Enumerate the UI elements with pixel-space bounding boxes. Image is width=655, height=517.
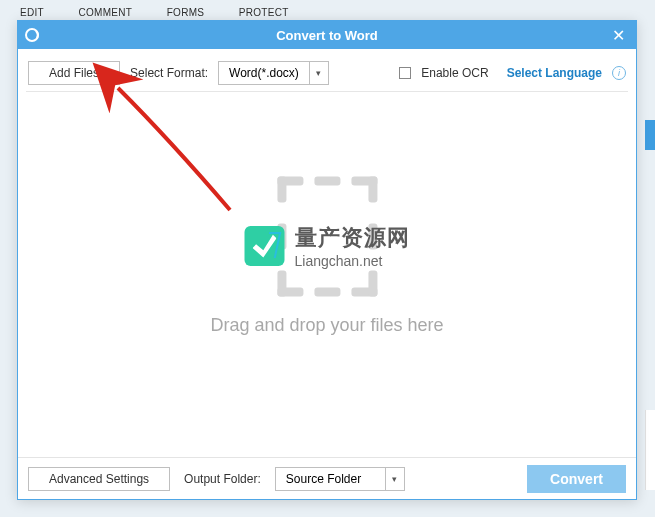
format-select[interactable]: Word(*.docx) ▾ (218, 61, 329, 85)
enable-ocr-checkbox[interactable] (399, 67, 411, 79)
chevron-down-icon[interactable]: ▾ (385, 467, 405, 491)
select-format-label: Select Format: (130, 66, 208, 80)
close-button[interactable]: ✕ (600, 21, 636, 49)
format-select-value: Word(*.docx) (218, 61, 309, 85)
top-toolbar: Add Files Select Format: Word(*.docx) ▾ … (18, 55, 636, 91)
select-language-link[interactable]: Select Language (507, 66, 602, 80)
bg-menu-item: EDIT (20, 7, 44, 18)
bg-menu-item: COMMENT (78, 7, 132, 18)
add-files-button[interactable]: Add Files (28, 61, 120, 85)
advanced-settings-button[interactable]: Advanced Settings (28, 467, 170, 491)
drop-hint-text: Drag and drop your files here (210, 315, 443, 336)
bottom-toolbar: Advanced Settings Output Folder: Source … (18, 457, 636, 499)
output-folder-label: Output Folder: (184, 472, 261, 486)
file-outline-icon (277, 177, 377, 297)
app-logo-icon (18, 27, 46, 43)
bg-menu-item: PROTECT (239, 7, 289, 18)
dialog-title: Convert to Word (18, 28, 636, 43)
svg-point-0 (26, 29, 38, 41)
output-folder-select[interactable]: Source Folder ▾ (275, 467, 405, 491)
output-folder-value: Source Folder (275, 467, 385, 491)
chevron-down-icon[interactable]: ▾ (309, 61, 329, 85)
drop-placeholder: Drag and drop your files here (210, 177, 443, 336)
bg-menu-item: FORMS (167, 7, 205, 18)
convert-to-word-dialog: Convert to Word ✕ Add Files Select Forma… (17, 20, 637, 500)
titlebar: Convert to Word ✕ (18, 21, 636, 49)
convert-button[interactable]: Convert (527, 465, 626, 493)
background-app-menu: EDIT COMMENT FORMS PROTECT (0, 0, 655, 20)
background-panel-sliver (645, 410, 655, 490)
enable-ocr-label: Enable OCR (421, 66, 488, 80)
file-drop-area[interactable]: Drag and drop your files here 量产资源网 Lian… (26, 91, 628, 449)
background-ribbon-sliver (645, 120, 655, 150)
info-icon[interactable]: i (612, 66, 626, 80)
